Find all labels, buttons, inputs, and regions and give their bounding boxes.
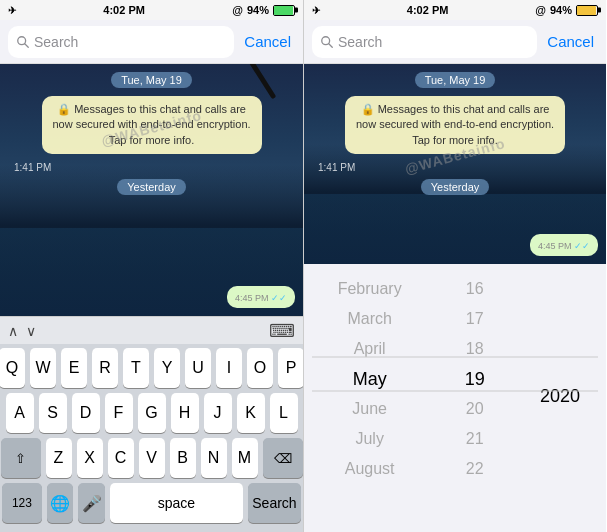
picker-item-august[interactable]: August — [304, 454, 435, 484]
key-delete[interactable]: ⌫ — [263, 438, 303, 478]
time-row-left: 1:41 PM — [8, 162, 295, 173]
key-search[interactable]: Search — [248, 483, 301, 523]
key-g[interactable]: G — [138, 393, 166, 433]
yesterday-pill-left: Yesterday — [117, 179, 186, 195]
key-h[interactable]: H — [171, 393, 199, 433]
picker-item-22[interactable]: 22 — [435, 454, 514, 484]
cancel-button-left[interactable]: Cancel — [240, 33, 295, 50]
picker-item-19-selected[interactable]: 19 — [435, 364, 514, 394]
key-space[interactable]: space — [110, 483, 243, 523]
svg-line-3 — [238, 64, 273, 96]
key-r[interactable]: R — [92, 348, 118, 388]
status-bar-left: ✈ 4:02 PM @ 94% — [0, 0, 303, 20]
key-e[interactable]: E — [61, 348, 87, 388]
status-bar-right: ✈ 4:02 PM @ 94% — [304, 0, 606, 20]
up-arrow-button[interactable]: ∧ — [8, 323, 18, 339]
time-left: 4:02 PM — [103, 4, 145, 16]
key-k[interactable]: K — [237, 393, 265, 433]
signal-icon-left: @ — [232, 4, 243, 16]
picker-item-june[interactable]: June — [304, 394, 435, 424]
key-globe[interactable]: 🌐 — [47, 483, 74, 523]
key-mic[interactable]: 🎤 — [78, 483, 105, 523]
key-s[interactable]: S — [39, 393, 67, 433]
key-f[interactable]: F — [105, 393, 133, 433]
search-placeholder-right: Search — [338, 34, 382, 50]
key-o[interactable]: O — [247, 348, 273, 388]
picker-item-july[interactable]: July — [304, 424, 435, 454]
sent-time-right: 4:45 PM ✓✓ — [538, 241, 590, 251]
kb-row-4: 123 🌐 🎤 space Search — [2, 483, 301, 523]
sent-message-right: 4:45 PM ✓✓ — [530, 234, 598, 256]
key-v[interactable]: V — [139, 438, 165, 478]
picker-item-2020-selected[interactable]: 2020 — [514, 379, 606, 414]
key-n[interactable]: N — [201, 438, 227, 478]
key-q[interactable]: Q — [0, 348, 25, 388]
key-m[interactable]: M — [232, 438, 258, 478]
sent-time-left: 4:45 PM ✓✓ — [235, 293, 287, 303]
system-message-right: 🔒 Messages to this chat and calls are no… — [345, 96, 565, 154]
svg-line-1 — [25, 43, 29, 47]
search-bar-left[interactable]: Search Cancel — [0, 20, 303, 64]
search-icon-right — [320, 35, 334, 49]
key-u[interactable]: U — [185, 348, 211, 388]
key-t[interactable]: T — [123, 348, 149, 388]
arrow-bar-left[interactable]: ∧ ∨ ⌨ — [0, 316, 303, 344]
search-bar-right[interactable]: Search Cancel — [304, 20, 606, 64]
picker-columns[interactable]: February March April May June July Augus… — [304, 264, 606, 484]
lock-icon-right: 🔒 — [361, 103, 375, 115]
lock-icon-left: 🔒 — [57, 103, 71, 115]
search-input-wrap-right[interactable]: Search — [312, 26, 537, 58]
key-l[interactable]: L — [270, 393, 298, 433]
svg-line-5 — [329, 43, 333, 47]
key-z[interactable]: Z — [46, 438, 72, 478]
chat-area-right: Tue, May 19 🔒 Messages to this chat and … — [304, 64, 606, 264]
search-placeholder-left: Search — [34, 34, 78, 50]
sent-message-left: 4:45 PM ✓✓ — [227, 286, 295, 308]
date-picker[interactable]: February March April May June July Augus… — [304, 264, 606, 532]
picker-col-day[interactable]: 16 17 18 19 20 21 22 — [435, 264, 514, 484]
picker-item-16[interactable]: 16 — [435, 274, 514, 304]
key-d[interactable]: D — [72, 393, 100, 433]
chat-area-left: Tue, May 19 🔒 Messages to this chat and … — [0, 64, 303, 316]
airplane-icon-left: ✈ — [8, 5, 16, 16]
picker-item-17[interactable]: 17 — [435, 304, 514, 334]
picker-col-month[interactable]: February March April May June July Augus… — [304, 264, 435, 484]
kb-row-2: A S D F G H J K L — [2, 393, 301, 433]
cancel-button-right[interactable]: Cancel — [543, 33, 598, 50]
key-w[interactable]: W — [30, 348, 56, 388]
search-icon-left — [16, 35, 30, 49]
battery-icon-right — [576, 5, 598, 16]
status-right-left: @ 94% — [232, 4, 295, 16]
date-pill-left: Tue, May 19 — [111, 72, 192, 88]
key-c[interactable]: C — [108, 438, 134, 478]
picker-item-february[interactable]: February — [304, 274, 435, 304]
picker-item-may-selected[interactable]: May — [304, 364, 435, 394]
kb-row-3: ⇧ Z X C V B N M ⌫ — [2, 438, 301, 478]
airplane-icon-right: ✈ — [312, 5, 320, 16]
picker-item-march[interactable]: March — [304, 304, 435, 334]
time-right: 4:02 PM — [407, 4, 449, 16]
key-x[interactable]: X — [77, 438, 103, 478]
picker-item-21[interactable]: 21 — [435, 424, 514, 454]
key-123[interactable]: 123 — [2, 483, 42, 523]
key-shift[interactable]: ⇧ — [1, 438, 41, 478]
signal-icon-right: @ — [535, 4, 546, 16]
key-i[interactable]: I — [216, 348, 242, 388]
left-panel: ✈ 4:02 PM @ 94% Search Cancel Tue, May 1… — [0, 0, 303, 532]
battery-pct-left: 94% — [247, 4, 269, 16]
key-b[interactable]: B — [170, 438, 196, 478]
keyboard-left[interactable]: Q W E R T Y U I O P A S D F G H J K L ⇧ … — [0, 344, 303, 532]
search-input-wrap-left[interactable]: Search — [8, 26, 234, 58]
yesterday-pill-right: Yesterday — [421, 179, 490, 195]
key-p[interactable]: P — [278, 348, 303, 388]
picker-item-20[interactable]: 20 — [435, 394, 514, 424]
down-arrow-button[interactable]: ∨ — [26, 323, 36, 339]
picker-item-april[interactable]: April — [304, 334, 435, 364]
key-j[interactable]: J — [204, 393, 232, 433]
key-a[interactable]: A — [6, 393, 34, 433]
picker-col-year[interactable]: 2020 — [514, 264, 606, 484]
key-y[interactable]: Y — [154, 348, 180, 388]
picker-item-18[interactable]: 18 — [435, 334, 514, 364]
right-panel: ✈ 4:02 PM @ 94% Search Cancel Tue, May 1… — [303, 0, 606, 532]
checkmarks-left: ✓✓ — [271, 293, 287, 303]
